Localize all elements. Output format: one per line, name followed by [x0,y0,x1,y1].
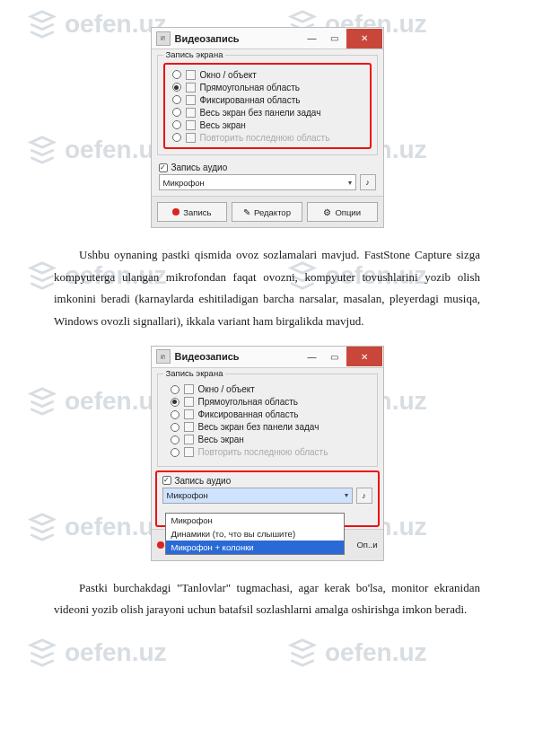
fixed-icon [186,95,196,105]
chevron-down-icon: ▾ [345,491,348,499]
app-icon: ⎚ [156,349,171,364]
radio-option-fullscreen[interactable]: Весь экран [171,434,364,446]
minimize-button[interactable]: — [302,31,323,47]
audio-select-row: Микрофон ▾ ♪ [159,488,376,505]
radio-icon [171,423,179,432]
fullscreen-icon [186,120,196,130]
maximize-button[interactable]: ▭ [324,348,346,365]
radio-icon [172,83,181,92]
radio-icon [172,108,181,117]
radio-option-fullscreen-notask[interactable]: Весь экран без панели задач [171,421,364,434]
audio-label: Запись аудио [171,163,228,172]
radio-icon [171,448,179,457]
rect-icon [186,83,196,92]
minimize-button[interactable]: — [302,348,323,365]
radio-option-window[interactable]: Окно / объект [172,68,363,81]
options-button[interactable]: ⚙Опции [307,202,378,222]
radio-icon [172,120,181,129]
app-icon: ⎚ [156,31,171,46]
audio-dropdown[interactable]: Микрофон Динамики (то, что вы слышите) М… [165,513,345,555]
window-icon [184,384,194,394]
dropdown-item[interactable]: Микрофон [166,514,344,527]
radio-icon [172,95,181,104]
radio-icon [172,70,181,79]
screen-record-group: Запись экрана Окно / объект Прямоугольна… [157,55,378,155]
repeat-icon [184,447,194,457]
screen-icon [186,108,196,118]
window-title: Видеозапись [175,33,302,44]
checkbox-icon [159,163,168,172]
figure-2: ⎚ Видеозапись — ▭ ✕ Запись экрана Окно /… [54,346,480,561]
titlebar: ⎚ Видеозапись — ▭ ✕ [152,347,383,368]
radio-icon [171,435,179,444]
highlight-box: Окно / объект Прямоугольная область Фикс… [163,63,372,149]
radio-option-fullscreen[interactable]: Весь экран [172,119,363,131]
radio-option-fixed[interactable]: Фиксированная область [171,409,364,421]
group-label: Запись экрана [163,368,226,378]
maximize-button[interactable]: ▭ [324,31,346,47]
record-icon [157,541,164,549]
screen-icon [184,422,194,432]
dropdown-item-selected[interactable]: Микрофон + колонки [166,541,344,554]
record-icon [172,208,179,215]
audio-settings-button[interactable]: ♪ [356,488,372,504]
options-button[interactable]: Оп..и [342,535,378,555]
titlebar: ⎚ Видеозапись — ▭ ✕ [152,28,383,49]
audio-settings-button[interactable]: ♪ [360,174,376,190]
radio-option-repeat: Повторить последнюю область [172,131,363,144]
fullscreen-icon [184,435,194,444]
editor-icon: ✎ [243,207,250,217]
radio-option-fixed[interactable]: Фиксированная область [172,93,363,106]
dropdown-item[interactable]: Динамики (то, что вы слышите) [166,527,344,541]
dialog-2: ⎚ Видеозапись — ▭ ✕ Запись экрана Окно /… [151,346,384,561]
chevron-down-icon: ▾ [348,179,352,187]
record-button[interactable]: Запись [157,202,228,222]
screen-record-group: Запись экрана Окно / объект Прямоугольна… [157,374,378,467]
radio-icon [172,133,181,142]
paragraph-1: Ushbu oynaning pastki qismida ovoz sozla… [54,244,480,333]
radio-icon [171,410,179,419]
radio-option-rect[interactable]: Прямоугольная область [171,396,364,409]
radio-option-rect[interactable]: Прямоугольная область [172,81,363,93]
radio-icon [171,398,179,407]
button-bar: Запись ✎Редактор ⚙Опции [152,196,383,227]
audio-label: Запись аудио [175,476,232,486]
figure-1: ⎚ Видеозапись — ▭ ✕ Запись экрана Окно /… [54,27,480,228]
audio-source-select[interactable]: Микрофон ▾ [162,488,353,504]
rect-icon [184,397,194,407]
audio-checkbox-row[interactable]: Запись аудио [152,159,383,174]
radio-option-repeat: Повторить последнюю область [171,446,364,459]
checkbox-icon [162,476,171,485]
radio-option-fullscreen-notask[interactable]: Весь экран без панели задач [172,106,363,119]
paragraph-2: Pastki burchakdagi "Tanlovlar" tugmachas… [54,577,480,621]
gear-icon: ⚙ [323,207,331,217]
radio-icon [171,385,179,394]
editor-button[interactable]: ✎Редактор [232,202,302,222]
group-label: Запись экрана [163,49,226,59]
page-content: ⎚ Видеозапись — ▭ ✕ Запись экрана Окно /… [0,0,534,661]
window-title: Видеозапись [175,351,302,362]
dialog-1: ⎚ Видеозапись — ▭ ✕ Запись экрана Окно /… [151,27,384,228]
repeat-icon [186,133,196,143]
audio-checkbox-row[interactable]: Запись аудио [159,474,376,488]
radio-option-window[interactable]: Окно / объект [171,383,364,396]
audio-select-row: Микрофон ▾ ♪ [152,174,383,196]
close-button[interactable]: ✕ [346,347,382,366]
fixed-icon [184,409,194,419]
close-button[interactable]: ✕ [346,29,382,48]
window-icon [186,70,196,80]
audio-source-select[interactable]: Микрофон ▾ [159,174,356,190]
